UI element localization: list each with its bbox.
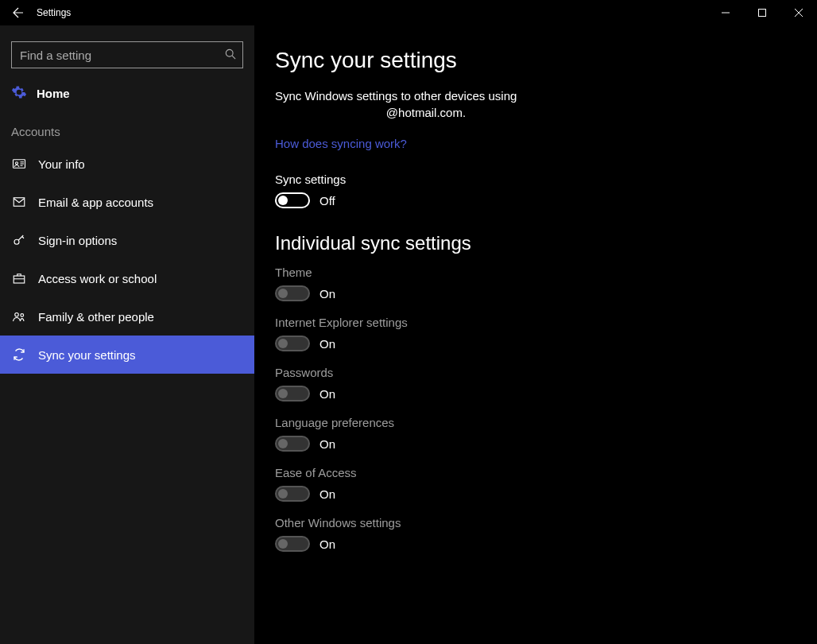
setting-state: On — [319, 537, 335, 551]
setting-label: Ease of Access — [275, 466, 796, 479]
setting-toggle[interactable] — [275, 336, 310, 351]
setting-label: Language preferences — [275, 416, 796, 429]
svg-rect-4 — [14, 198, 25, 207]
page-title: Sync your settings — [275, 48, 796, 73]
setting-state: On — [319, 287, 335, 301]
search-box[interactable] — [11, 41, 243, 68]
svg-point-1 — [226, 49, 233, 56]
master-sync-label: Sync settings — [275, 173, 796, 186]
master-sync-setting: Sync settings Off — [275, 173, 796, 208]
setting-state: On — [319, 487, 335, 501]
setting-toggle[interactable] — [275, 436, 310, 452]
sidebar-item-label: Access work or school — [38, 272, 157, 285]
svg-point-3 — [16, 162, 18, 165]
sidebar-item-access-work-or-school[interactable]: Access work or school — [0, 259, 254, 297]
sidebar-item-email-app-accounts[interactable]: Email & app accounts — [0, 183, 254, 221]
master-sync-state: Off — [319, 194, 335, 208]
sync-icon — [11, 347, 27, 362]
close-button[interactable] — [780, 0, 817, 25]
individual-setting: Ease of AccessOn — [275, 466, 796, 502]
setting-toggle[interactable] — [275, 486, 310, 502]
setting-label: Other Windows settings — [275, 516, 796, 530]
setting-state: On — [319, 437, 335, 451]
people-icon — [11, 309, 27, 324]
setting-label: Passwords — [275, 366, 796, 379]
maximize-icon — [758, 9, 766, 17]
sidebar-item-label: Sign-in options — [38, 234, 117, 247]
setting-toggle[interactable] — [275, 386, 310, 402]
individual-setting: Internet Explorer settingsOn — [275, 316, 796, 351]
individual-setting: PasswordsOn — [275, 366, 796, 402]
sidebar-item-family-other-people[interactable]: Family & other people — [0, 297, 254, 336]
key-icon — [11, 233, 27, 247]
sidebar-section-label: Accounts — [0, 111, 254, 145]
setting-toggle[interactable] — [275, 285, 310, 301]
setting-label: Internet Explorer settings — [275, 316, 796, 329]
person-card-icon — [11, 157, 27, 171]
how-sync-works-link[interactable]: How does syncing work? — [275, 137, 407, 150]
briefcase-icon — [11, 271, 27, 285]
individual-heading: Individual sync settings — [275, 232, 796, 254]
back-arrow-icon — [12, 6, 25, 19]
gear-icon — [11, 84, 27, 103]
sidebar-item-label: Email & app accounts — [38, 196, 153, 209]
svg-rect-0 — [759, 10, 766, 17]
sidebar: Home Accounts Your infoEmail & app accou… — [0, 25, 254, 644]
minimize-button[interactable] — [707, 0, 744, 25]
page-description: Sync Windows settings to other devices u… — [275, 87, 577, 121]
svg-rect-6 — [14, 276, 25, 283]
individual-setting: Other Windows settingsOn — [275, 516, 796, 552]
sidebar-item-label: Sync your settings — [38, 348, 136, 362]
home-label: Home — [37, 87, 70, 100]
close-icon — [795, 9, 803, 17]
individual-setting: ThemeOn — [275, 266, 796, 301]
setting-toggle[interactable] — [275, 536, 310, 552]
content-area: Sync your settings Sync Windows settings… — [254, 25, 817, 644]
sidebar-item-your-info[interactable]: Your info — [0, 145, 254, 183]
setting-label: Theme — [275, 266, 796, 279]
search-icon — [225, 48, 236, 62]
sidebar-item-label: Your info — [38, 157, 85, 171]
minimize-icon — [722, 9, 730, 17]
maximize-button[interactable] — [744, 0, 780, 25]
sidebar-item-sign-in-options[interactable]: Sign-in options — [0, 221, 254, 259]
svg-point-5 — [14, 239, 19, 244]
search-input[interactable] — [18, 48, 225, 63]
titlebar: Settings — [0, 0, 817, 25]
window-title: Settings — [37, 7, 71, 18]
setting-state: On — [319, 337, 335, 351]
svg-point-8 — [21, 314, 24, 317]
master-sync-toggle[interactable] — [275, 192, 310, 208]
sidebar-item-label: Family & other people — [38, 310, 154, 324]
home-nav[interactable]: Home — [0, 76, 254, 111]
mail-icon — [11, 195, 27, 209]
svg-point-7 — [15, 313, 19, 317]
setting-state: On — [319, 387, 335, 401]
back-button[interactable] — [0, 6, 37, 19]
sidebar-item-sync-your-settings[interactable]: Sync your settings — [0, 336, 254, 374]
individual-setting: Language preferencesOn — [275, 416, 796, 452]
